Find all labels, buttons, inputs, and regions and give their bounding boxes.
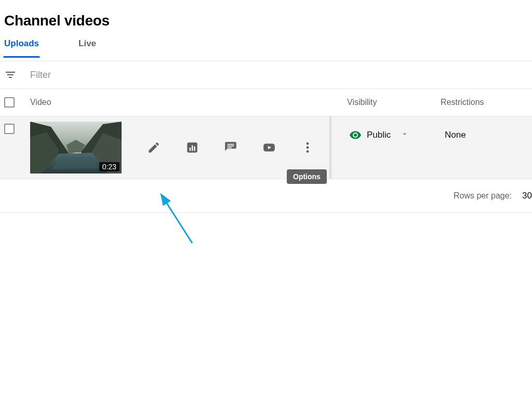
filter-input[interactable] — [30, 70, 528, 81]
svg-rect-6 — [228, 145, 234, 146]
analytics-button[interactable] — [185, 140, 200, 155]
svg-rect-3 — [192, 145, 193, 151]
svg-point-10 — [307, 146, 309, 149]
column-divider — [329, 116, 331, 179]
filter-bar — [0, 61, 532, 89]
visibility-selector[interactable]: Public — [349, 129, 409, 141]
row-actions — [147, 140, 315, 155]
svg-point-9 — [307, 142, 309, 145]
page-title: Channel videos — [0, 0, 532, 38]
col-header-restrictions: Restrictions — [441, 98, 528, 107]
edit-button[interactable] — [147, 140, 161, 155]
tab-live[interactable]: Live — [78, 38, 96, 57]
row-checkbox[interactable] — [4, 124, 15, 134]
svg-rect-4 — [194, 146, 195, 151]
pagination-bar: Rows per page: 30 — [0, 179, 532, 213]
options-tooltip: Options — [287, 169, 327, 184]
tabs-bar: Uploads Live — [0, 38, 532, 61]
table-row: 0:23 Public None Options — [0, 116, 532, 179]
rows-per-page-value[interactable]: 30 — [522, 191, 532, 201]
svg-rect-2 — [190, 148, 191, 151]
svg-rect-7 — [228, 147, 232, 148]
comments-button[interactable] — [223, 140, 238, 155]
select-all-checkbox[interactable] — [4, 97, 15, 108]
options-button[interactable] — [300, 140, 315, 155]
svg-point-11 — [307, 150, 309, 153]
restrictions-value: None — [445, 130, 466, 140]
rows-per-page-label: Rows per page: — [454, 191, 512, 201]
tab-uploads[interactable]: Uploads — [4, 38, 39, 57]
filter-icon[interactable] — [4, 69, 17, 81]
play-on-youtube-button[interactable] — [262, 140, 276, 155]
visibility-label: Public — [367, 130, 391, 140]
video-thumbnail[interactable]: 0:23 — [30, 122, 122, 174]
table-header: Video Visibility Restrictions — [0, 89, 532, 116]
col-header-visibility: Visibility — [347, 98, 441, 107]
eye-icon — [349, 129, 362, 141]
caret-down-icon — [400, 129, 409, 141]
svg-rect-5 — [228, 144, 234, 145]
col-header-video: Video — [30, 98, 347, 107]
video-duration: 0:23 — [99, 162, 119, 171]
